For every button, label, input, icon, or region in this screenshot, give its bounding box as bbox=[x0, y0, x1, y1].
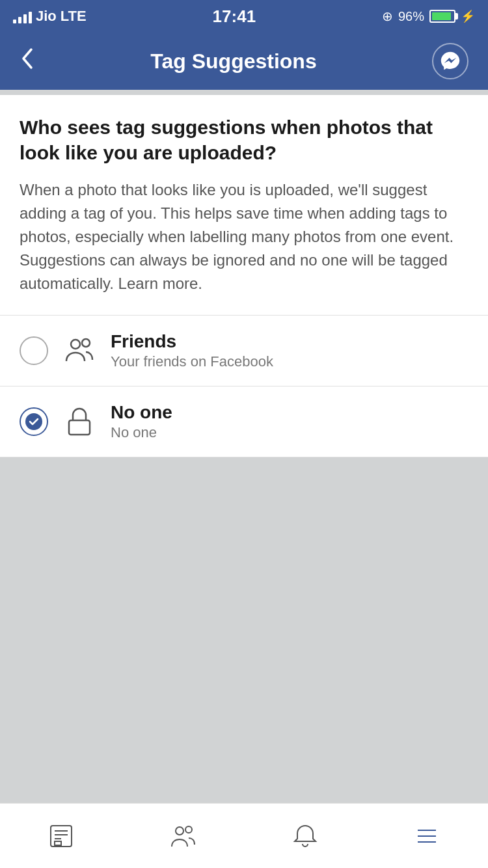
friends-sublabel: Your friends on Facebook bbox=[111, 353, 468, 370]
option-friends[interactable]: Friends Your friends on Facebook bbox=[0, 316, 488, 387]
friends-option-text: Friends Your friends on Facebook bbox=[111, 331, 468, 370]
svg-rect-2 bbox=[69, 420, 90, 435]
description-title: Who sees tag suggestions when photos tha… bbox=[20, 115, 468, 165]
radio-friends[interactable] bbox=[20, 336, 48, 365]
bottom-nav-menu[interactable] bbox=[401, 817, 453, 856]
friends-label: Friends bbox=[111, 331, 468, 352]
page-title: Tag Suggestions bbox=[150, 49, 316, 74]
carrier-label: Jio bbox=[36, 8, 57, 25]
bottom-nav bbox=[0, 803, 488, 868]
noone-option-text: No one No one bbox=[111, 402, 468, 441]
status-bar: Jio LTE 17:41 ⊕ 96% ⚡ bbox=[0, 0, 488, 33]
battery-container bbox=[429, 10, 455, 23]
bottom-nav-notifications[interactable] bbox=[279, 817, 331, 856]
radio-noone-inner bbox=[25, 413, 42, 430]
top-separator bbox=[0, 90, 488, 95]
description-body: When a photo that looks like you is uplo… bbox=[20, 178, 468, 295]
back-button[interactable] bbox=[20, 47, 35, 76]
bottom-nav-friends[interactable] bbox=[157, 817, 209, 856]
noone-label: No one bbox=[111, 402, 468, 423]
noone-sublabel: No one bbox=[111, 424, 468, 441]
svg-point-1 bbox=[82, 339, 90, 347]
location-icon: ⊕ bbox=[382, 8, 393, 24]
status-right: ⊕ 96% ⚡ bbox=[382, 8, 475, 24]
content-area: Who sees tag suggestions when photos tha… bbox=[0, 95, 488, 803]
network-label: LTE bbox=[61, 8, 87, 25]
messenger-button[interactable] bbox=[432, 43, 468, 79]
charging-icon: ⚡ bbox=[461, 9, 475, 23]
signal-bars bbox=[13, 9, 32, 23]
bottom-nav-news[interactable] bbox=[35, 817, 87, 856]
gray-fill-area bbox=[0, 457, 488, 803]
svg-point-9 bbox=[185, 826, 192, 833]
lock-icon bbox=[62, 405, 96, 439]
option-noone[interactable]: No one No one bbox=[0, 387, 488, 457]
time-label: 17:41 bbox=[213, 7, 256, 27]
svg-point-8 bbox=[176, 827, 183, 835]
description-section: Who sees tag suggestions when photos tha… bbox=[0, 95, 488, 316]
friends-icon bbox=[62, 334, 96, 368]
battery-percent: 96% bbox=[398, 9, 424, 24]
radio-noone[interactable] bbox=[20, 407, 48, 436]
nav-bar: Tag Suggestions bbox=[0, 33, 488, 90]
svg-rect-7 bbox=[55, 841, 61, 845]
battery-fill bbox=[432, 12, 451, 20]
status-left: Jio LTE bbox=[13, 8, 87, 25]
svg-point-0 bbox=[71, 340, 80, 349]
battery-icon bbox=[429, 10, 455, 23]
